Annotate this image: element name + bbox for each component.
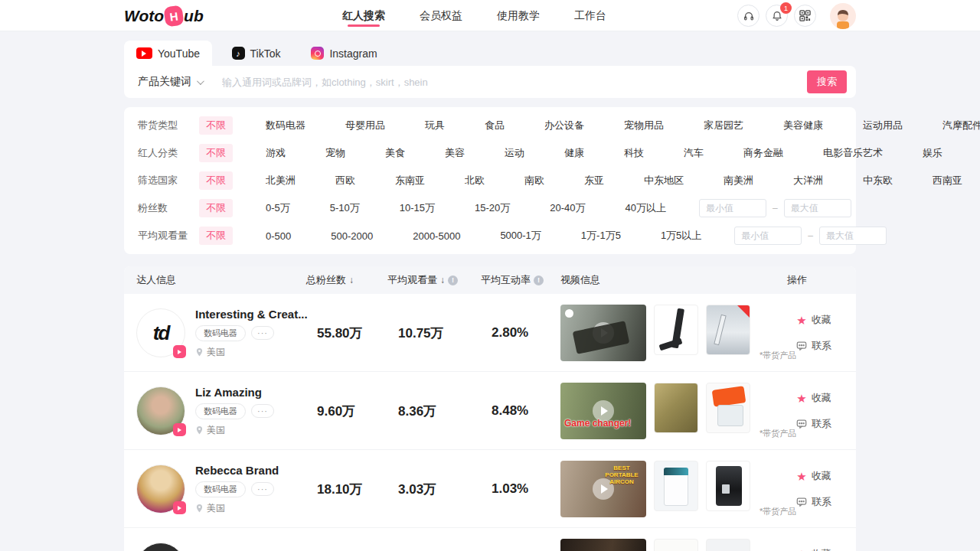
filter-option[interactable]: 东亚 [577, 171, 611, 190]
filter-option[interactable]: 美容健康 [776, 116, 830, 135]
filter-option[interactable]: 电影音乐艺术 [816, 144, 890, 162]
more-tags-button[interactable]: ··· [251, 404, 274, 418]
favorite-button[interactable]: ★收藏 [796, 391, 853, 405]
customer-service-button[interactable] [737, 5, 760, 27]
product-thumbnail[interactable] [706, 305, 750, 355]
search-input[interactable] [222, 77, 807, 88]
filter-option[interactable]: 科技 [617, 144, 651, 162]
contact-button[interactable]: 联系 [796, 417, 853, 431]
filter-option[interactable]: 汽摩配件 [936, 116, 980, 135]
nav-membership[interactable]: 会员权益 [420, 1, 462, 31]
user-avatar[interactable] [830, 3, 856, 29]
keyword-type-dropdown[interactable]: 产品关键词 [138, 75, 202, 89]
filter-option[interactable]: 不限 [199, 171, 233, 190]
influencer-avatar[interactable] [136, 465, 185, 514]
filter-option[interactable]: 西南亚 [926, 171, 969, 190]
info-icon[interactable]: ! [534, 276, 544, 285]
tab-tiktok[interactable]: ♪ TikTok [212, 41, 300, 66]
filter-option[interactable]: 食品 [478, 116, 511, 135]
product-thumbnail[interactable] [706, 461, 750, 511]
video-thumbnail[interactable]: Game changer! [560, 383, 646, 439]
nav-workbench[interactable]: 工作台 [574, 1, 606, 31]
filter-option[interactable]: 不限 [199, 199, 233, 217]
filter-option[interactable]: 0-5万 [259, 199, 297, 217]
nav-influencer-search[interactable]: 红人搜索 [342, 1, 385, 31]
filter-option[interactable]: 南美洲 [717, 171, 760, 190]
filter-option[interactable]: 家居园艺 [697, 116, 750, 135]
filter-option[interactable]: 不限 [199, 227, 233, 245]
qr-code-button[interactable] [794, 5, 816, 27]
favorite-button[interactable]: ★收藏 [796, 469, 853, 483]
nav-tutorial[interactable]: 使用教学 [497, 1, 540, 31]
contact-button[interactable]: 联系 [796, 339, 853, 353]
filter-option[interactable]: 10-15万 [393, 199, 442, 217]
filter-option[interactable]: 1万5以上 [654, 227, 708, 245]
filter-option[interactable]: 母婴用品 [338, 116, 392, 135]
notifications-button[interactable]: 1 [766, 5, 788, 27]
product-thumbnail[interactable] [654, 383, 698, 433]
filter-option[interactable]: 玩具 [418, 116, 452, 135]
filter-option[interactable]: 宠物用品 [617, 116, 671, 135]
filter-option[interactable]: 不限 [199, 144, 233, 162]
filter-option[interactable]: 健康 [557, 144, 591, 162]
filter-option[interactable]: 1万-1万5 [574, 227, 628, 245]
filter-option[interactable]: 宠物 [318, 144, 352, 162]
filter-option[interactable]: 汽车 [677, 144, 710, 162]
filter-option[interactable]: 5000-1万 [493, 227, 547, 245]
filter-option[interactable]: 东南亚 [388, 171, 432, 190]
product-thumbnail[interactable] [654, 461, 698, 511]
filter-option[interactable]: 美容 [438, 144, 472, 162]
tab-instagram[interactable]: Instagram [300, 41, 388, 66]
filter-option[interactable]: 40万以上 [619, 199, 673, 217]
favorite-button[interactable]: ★收藏 [796, 547, 853, 551]
more-tags-button[interactable]: ··· [251, 482, 274, 496]
product-thumbnail[interactable]: 256GB [654, 539, 698, 551]
views-min-input[interactable] [734, 227, 802, 245]
wotohub-logo[interactable]: Woto H ub [124, 6, 204, 26]
filter-option[interactable]: 西欧 [328, 171, 362, 190]
influencer-avatar[interactable] [136, 386, 185, 435]
filter-option[interactable]: 时尚生活 [975, 144, 980, 162]
filter-option[interactable]: 中东地区 [637, 171, 691, 190]
filter-option[interactable]: 中东欧 [856, 171, 900, 190]
filter-option[interactable]: 美食 [378, 144, 412, 162]
search-button[interactable]: 搜索 [807, 70, 847, 93]
product-thumbnail[interactable] [654, 305, 698, 355]
info-icon[interactable]: ! [448, 276, 458, 285]
filter-option[interactable]: 大洋洲 [786, 171, 830, 190]
filter-option[interactable]: 5-10万 [323, 199, 367, 217]
filter-option[interactable]: 南欧 [518, 171, 551, 190]
video-thumbnail[interactable]: BEST PORTABLE AIRCON [560, 461, 646, 517]
filter-option[interactable]: 北美洲 [259, 171, 302, 190]
filter-option[interactable]: 商务金融 [737, 144, 790, 162]
video-thumbnail[interactable]: Lexar [560, 539, 646, 551]
video-thumbnail[interactable] [560, 305, 646, 361]
influencer-name[interactable]: Liz Amazing [195, 386, 274, 399]
filter-option[interactable]: 20-40万 [543, 199, 592, 217]
filter-option[interactable]: 游戏 [259, 144, 292, 162]
followers-max-input[interactable] [784, 199, 851, 217]
contact-button[interactable]: 联系 [796, 495, 853, 509]
col-avg-views[interactable]: 平均观看量↓! [387, 273, 481, 287]
tab-youtube[interactable]: YouTube [124, 41, 212, 66]
filter-option[interactable]: 0-500 [259, 228, 298, 244]
product-thumbnail[interactable] [706, 539, 750, 551]
filter-option[interactable]: 办公设备 [537, 116, 591, 135]
product-thumbnail[interactable] [706, 383, 750, 433]
filter-option[interactable]: 运动用品 [856, 116, 910, 135]
filter-option[interactable]: 北欧 [458, 171, 492, 190]
filter-option[interactable]: 不限 [199, 116, 233, 135]
influencer-name[interactable]: Rebecca Brand [195, 464, 279, 477]
filter-option[interactable]: 运动 [498, 144, 531, 162]
filter-option[interactable]: 数码电器 [259, 116, 312, 135]
filter-option[interactable]: 15-20万 [468, 199, 517, 217]
influencer-avatar[interactable]: GLG [136, 543, 185, 551]
influencer-avatar[interactable]: td [136, 308, 185, 357]
followers-min-input[interactable] [699, 199, 766, 217]
col-avg-engagement[interactable]: 平均互动率! [481, 273, 560, 287]
col-total-followers[interactable]: 总粉丝数↓ [306, 273, 387, 287]
favorite-button[interactable]: ★收藏 [796, 313, 853, 327]
filter-option[interactable]: 2000-5000 [406, 228, 467, 244]
more-tags-button[interactable]: ··· [251, 326, 274, 340]
filter-option[interactable]: 500-2000 [324, 228, 380, 244]
